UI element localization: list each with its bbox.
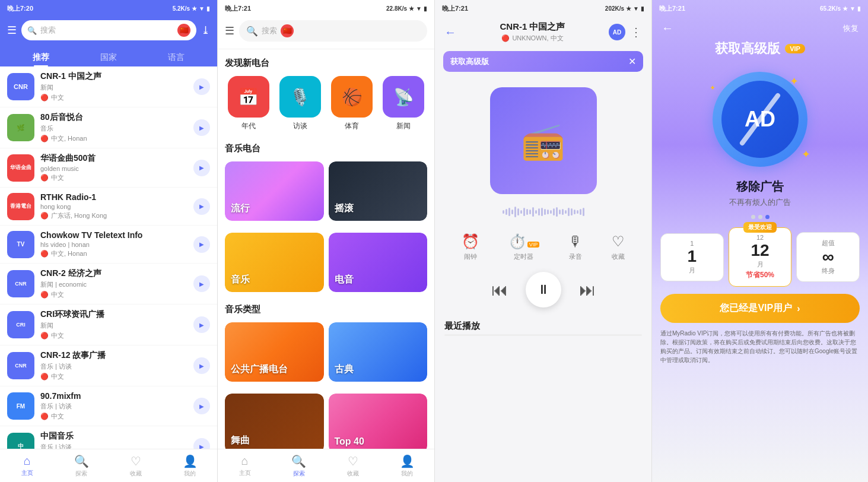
nav-home[interactable]: ⌂ 主页: [0, 449, 55, 482]
play-button[interactable]: ▶: [193, 78, 210, 95]
explore-nav-favorites[interactable]: ♡ 收藏: [326, 449, 380, 482]
bluetooth-icon: ★: [842, 5, 848, 12]
radio-icon: 📻: [521, 120, 565, 162]
category-card-era[interactable]: 📅 年代: [225, 76, 272, 131]
home-search-input[interactable]: 搜索: [40, 25, 174, 36]
list-item[interactable]: 中 中国音乐 音乐 | 访谈 🔴中文 ▶: [0, 426, 217, 449]
station-name: 80后音悦台: [40, 112, 193, 123]
explore-nav-icon: 🔍: [74, 454, 89, 468]
favorite-control[interactable]: ♡ 收藏: [612, 233, 625, 261]
list-item[interactable]: CNR CNR-12 故事广播 音乐 | 访谈 🔴中文 ▶: [0, 345, 217, 386]
news-icon: 📡: [393, 87, 414, 107]
dot-1: [751, 215, 755, 219]
play-button[interactable]: ▶: [193, 438, 210, 449]
list-item[interactable]: CNR CNR-1 中国之声 新闻 🔴中文 ▶: [0, 66, 217, 107]
play-button[interactable]: ▶: [193, 398, 210, 414]
tab-language[interactable]: 语言: [142, 47, 210, 66]
play-button[interactable]: ▶: [193, 275, 210, 292]
station-genre: 音乐: [40, 124, 193, 133]
vip-title-area: 获取高级版 VIP: [652, 40, 868, 66]
vip-resume-button[interactable]: 恢复: [843, 23, 859, 34]
wave-bar: [553, 208, 555, 215]
list-item[interactable]: CRI CRI环球资讯广播 新闻 🔴中文 ▶: [0, 305, 217, 345]
sparkle-icon: ✦: [710, 84, 716, 92]
home-flag-icon[interactable]: 🇨🇳: [177, 24, 190, 37]
nav-profile[interactable]: 👤 我的: [163, 449, 218, 482]
music-card-pop[interactable]: 流行: [225, 161, 324, 221]
premium-banner[interactable]: 获取高级版 ✕: [443, 51, 643, 72]
station-logo: 中: [7, 433, 34, 449]
explore-search-box[interactable]: 🔍 搜索 🇨🇳: [239, 20, 427, 42]
vip-badge: VIP: [785, 44, 805, 53]
menu-icon[interactable]: ☰: [7, 24, 17, 37]
station-info: CNR-2 经济之声 新闻 | economic 🔴中文: [40, 268, 193, 299]
music-card-rock[interactable]: 摇滚: [329, 161, 428, 221]
station-name: RTHK Radio-1: [40, 192, 193, 202]
tab-recommend[interactable]: 推荐: [7, 47, 75, 66]
vip-back-button[interactable]: ←: [662, 21, 673, 35]
explore-flag-icon[interactable]: 🇨🇳: [281, 24, 294, 37]
alarm-control[interactable]: ⏰ 闹钟: [462, 233, 479, 261]
explore-menu-icon[interactable]: ☰: [225, 24, 234, 37]
price-option-yearly[interactable]: 最受欢迎 12 12 月 节省50%: [729, 227, 792, 287]
music-card-edm[interactable]: 电音: [329, 233, 428, 292]
play-button[interactable]: ▶: [193, 357, 210, 374]
list-item[interactable]: 🌿 80后音悦台 音乐 🔴中文, Honan ▶: [0, 107, 217, 148]
explore-nav-icon: 🔍: [291, 454, 306, 468]
explore-nav-profile[interactable]: 👤 我的: [380, 449, 434, 482]
arrow-icon: ›: [797, 303, 800, 314]
explore-nav-home[interactable]: ⌂ 主页: [218, 449, 272, 482]
play-button[interactable]: ▶: [193, 119, 210, 136]
vip-disclaimer: 通过MyRadio VIP订阅，您将可以使用所有有付费功能。所有广告也将被删除。…: [652, 329, 868, 364]
category-card-news[interactable]: 📡 新闻: [380, 76, 427, 131]
next-button[interactable]: ⏭: [579, 280, 596, 300]
wave-bar: [571, 208, 573, 215]
list-item[interactable]: 华语金曲 华语金曲500首 golden music 🔴中文 ▶: [0, 148, 217, 188]
nav-favorites[interactable]: ♡ 收藏: [109, 449, 163, 482]
download-icon[interactable]: ⤓: [201, 24, 210, 37]
list-item[interactable]: TV Chowkow TV Teletext Info hls video | …: [0, 226, 217, 264]
station-genre: hong kong: [40, 203, 193, 210]
category-card-sports[interactable]: 🏀 体育: [329, 76, 376, 131]
type-card-top40[interactable]: Top 40: [329, 394, 428, 449]
home-search-box[interactable]: 🔍 搜索 🇨🇳: [21, 20, 196, 40]
player-more-button[interactable]: ⋮: [630, 25, 642, 39]
nav-favorites-label: 收藏: [130, 470, 142, 478]
play-button[interactable]: ▶: [193, 316, 210, 333]
price-option-lifetime[interactable]: 超值 ∞ 终身: [796, 232, 860, 282]
timer-control[interactable]: ⏱️VIP 定时器: [508, 233, 540, 261]
bluetooth-icon: ★: [192, 5, 197, 12]
nav-profile-label: 我的: [184, 470, 196, 478]
list-item[interactable]: FM 90.7mixfm 音乐 | 访谈 🔴中文 ▶: [0, 386, 217, 426]
type-card-public[interactable]: 公共广播电台: [225, 322, 324, 382]
tab-country[interactable]: 国家: [75, 47, 142, 66]
play-pause-button[interactable]: ⏸: [526, 272, 561, 307]
list-item[interactable]: 香港電台 RTHK Radio-1 hong kong 🔴广东话, Hong K…: [0, 188, 217, 226]
play-button[interactable]: ▶: [193, 160, 210, 176]
prev-button[interactable]: ⏮: [491, 280, 508, 300]
vip-speed: 65.2K/s: [820, 5, 841, 12]
category-card-talk[interactable]: 🎙️ 访谈: [276, 76, 323, 131]
home-bottom-nav: ⌂ 主页 🔍 探索 ♡ 收藏 👤 我的: [0, 449, 217, 482]
player-back-button[interactable]: ←: [444, 26, 456, 39]
premium-close-button[interactable]: ✕: [628, 56, 636, 67]
list-item[interactable]: CNR CNR-2 经济之声 新闻 | economic 🔴中文 ▶: [0, 264, 217, 305]
station-genre: 音乐 | 访谈: [40, 443, 193, 449]
category-label-talk: 访谈: [293, 121, 307, 131]
battery-icon: ▮: [424, 5, 427, 12]
music-card-music[interactable]: 音乐: [225, 233, 324, 292]
vip-cta-button[interactable]: 您已经是VIP用户 ›: [660, 294, 860, 323]
type-card-classical[interactable]: 古典: [329, 322, 428, 382]
remove-ads-title: 移除广告: [652, 179, 868, 195]
play-button[interactable]: ▶: [193, 198, 210, 215]
record-control[interactable]: 🎙 录音: [568, 233, 583, 261]
explore-search-input[interactable]: 搜索: [262, 26, 277, 36]
nav-explore[interactable]: 🔍 探索: [55, 449, 109, 482]
station-logo: FM: [7, 392, 34, 420]
explore-nav-explore[interactable]: 🔍 探索: [272, 449, 326, 482]
station-lang: 🔴中文: [40, 93, 193, 102]
play-button[interactable]: ▶: [193, 236, 210, 253]
explore-search-row: ☰ 🔍 搜索 🇨🇳: [225, 20, 427, 42]
type-card-dance[interactable]: 舞曲: [225, 394, 324, 449]
price-option-monthly[interactable]: 1 1 月: [660, 233, 724, 281]
